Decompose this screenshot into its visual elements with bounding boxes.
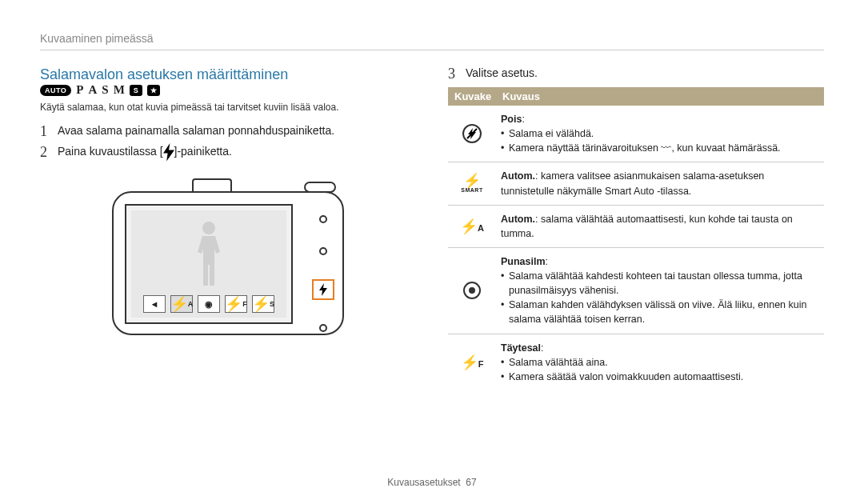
- step-text: Paina kuvaustilassa []-painiketta.: [58, 145, 232, 159]
- table-row: ⚡ SMART Autom.: kamera valitsee asianmuk…: [448, 162, 824, 205]
- flash-slow-option-icon: ⚡S: [252, 295, 274, 313]
- mode-strip: AUTO P A S M S ★: [40, 83, 160, 97]
- flash-off-option-icon: ◄: [143, 295, 166, 313]
- footer-section: Kuvausasetukset: [387, 477, 460, 488]
- flash-modes-table: Kuvake Kuvaus Pois: Salama ei välähdä. K…: [448, 87, 824, 390]
- step-row: 3 Valitse asetus.: [448, 66, 824, 81]
- breadcrumb: Kuvaaminen pimeässä: [40, 32, 154, 45]
- mode-s-icon: S: [102, 83, 108, 97]
- step-text: Valitse asetus.: [466, 66, 538, 81]
- mode-scene-icon: S: [130, 85, 142, 96]
- flash-option-row: ◄ ⚡A ◉ ⚡F ⚡S: [131, 295, 286, 313]
- step-index: 2: [40, 145, 51, 159]
- intro-text: Käytä salamaa, kun otat kuvia pimeässä t…: [40, 102, 416, 113]
- row-desc: Punasilm: Salama välähtää kahdesti kohte…: [496, 253, 824, 329]
- flash-redeye-option-icon: ◉: [198, 295, 220, 313]
- page-header: Kuvaaminen pimeässä: [40, 32, 824, 50]
- step-row: 2 Paina kuvaustilassa []-painiketta.: [40, 145, 416, 159]
- step-text: Avaa salama painamalla salaman ponnahdus…: [58, 124, 334, 138]
- row-desc: Autom.: kamera valitsee asianmukaisen sa…: [496, 167, 824, 199]
- table-row: ⚡A Autom.: salama välähtää automaattises…: [448, 206, 824, 248]
- step-index: 3: [448, 66, 459, 81]
- table-row: Punasilm: Salama välähtää kahdesti kohte…: [448, 248, 824, 334]
- control-dot-icon: [319, 247, 327, 255]
- col-header-icon: Kuvake: [448, 87, 496, 106]
- table-row: ⚡F Täytesal: Salama välähtää aina. Kamer…: [448, 334, 824, 390]
- flash-smart-icon: ⚡ SMART: [448, 167, 496, 199]
- control-dot-icon: [319, 324, 327, 332]
- table-row: Pois: Salama ei välähdä. Kamera näyttää …: [448, 106, 824, 162]
- flash-redeye-icon: [448, 253, 496, 329]
- mode-a-icon: A: [89, 83, 98, 97]
- flash-auto-icon: ⚡A: [448, 210, 496, 242]
- flash-fill-option-icon: ⚡F: [225, 295, 247, 313]
- subject-silhouette-icon: [189, 222, 229, 286]
- camera-controls: [306, 215, 341, 332]
- mode-p-icon: P: [76, 83, 83, 97]
- col-header-desc: Kuvaus: [496, 87, 824, 106]
- flash-off-icon: [448, 110, 496, 157]
- flash-icon: [163, 146, 174, 158]
- title-row: Salamavalon asetuksen määrittäminen AUTO…: [40, 66, 416, 97]
- mode-auto-icon: AUTO: [40, 85, 71, 96]
- flash-fill-icon: ⚡F: [448, 339, 496, 386]
- flash-auto-option-icon: ⚡A: [170, 295, 193, 313]
- content-columns: Salamavalon asetuksen määrittäminen AUTO…: [40, 66, 824, 390]
- mode-smart-icon: ★: [147, 85, 160, 96]
- right-column: 3 Valitse asetus. Kuvake Kuvaus Pois: Sa…: [448, 66, 824, 390]
- row-desc: Täytesal: Salama välähtää aina. Kamera s…: [496, 339, 824, 386]
- flash-button-highlight: [312, 279, 334, 300]
- row-desc: Pois: Salama ei välähdä. Kamera näyttää …: [496, 110, 824, 157]
- step-row: 1 Avaa salama painamalla salaman ponnahd…: [40, 124, 416, 138]
- section-title: Salamavalon asetuksen määrittäminen: [40, 66, 288, 83]
- step-index: 1: [40, 124, 51, 138]
- footer-page: 67: [466, 477, 476, 488]
- camera-screen: ◄ ⚡A ◉ ⚡F ⚡S: [125, 204, 293, 324]
- control-dot-icon: [319, 215, 327, 223]
- row-desc: Autom.: salama välähtää automaattisesti,…: [496, 210, 824, 242]
- mode-m-icon: M: [114, 83, 125, 97]
- table-header: Kuvake Kuvaus: [448, 87, 824, 106]
- camera-illustration: ◄ ⚡A ◉ ⚡F ⚡S: [40, 175, 416, 351]
- left-column: Salamavalon asetuksen määrittäminen AUTO…: [40, 66, 416, 390]
- page-footer: Kuvausasetukset 67: [0, 477, 864, 488]
